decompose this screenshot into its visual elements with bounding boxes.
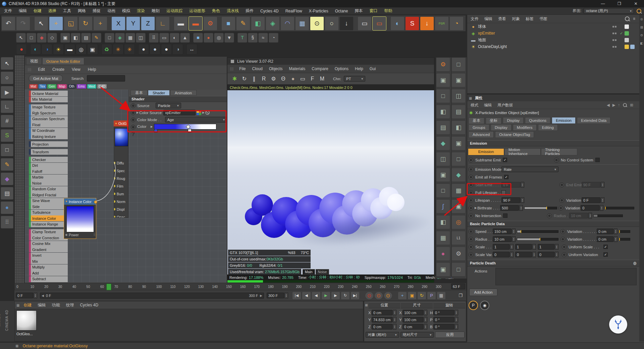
menu-item[interactable]: 网格 [77, 8, 87, 14]
full-lifespan-checkbox[interactable] [501, 190, 506, 195]
attribute-tab[interactable]: Questions [525, 117, 550, 124]
layout-stack-icon[interactable]: ❐ [456, 292, 465, 299]
category-chip[interactable]: Tex [39, 84, 47, 89]
palette-icon[interactable]: ● [138, 44, 149, 55]
tab-shader[interactable]: Shader [148, 90, 170, 96]
om-filter-icon[interactable]: ≡ [633, 16, 635, 21]
node-type-item[interactable]: Image Texture [29, 104, 68, 110]
attribute-tab[interactable]: Editing [538, 124, 558, 131]
birthrate-slider[interactable] [524, 207, 557, 209]
scale-z-stepper[interactable] [555, 244, 558, 250]
node-type-item[interactable]: Gaussian Spectrum [29, 116, 68, 122]
toolbar-icon[interactable]: ↖ [34, 16, 48, 31]
octglossy-node[interactable]: ▼ OctG Diffu Spec [114, 120, 128, 218]
palette-icon[interactable]: ✳ [124, 44, 135, 55]
mode-icon[interactable]: ● [1, 201, 13, 214]
palette-icon[interactable]: ● [436, 247, 450, 261]
node-type-item[interactable]: Mix Material [29, 97, 68, 102]
live-viewer-tool-icon[interactable]: F [308, 74, 317, 83]
palette-icon[interactable]: ◧ [436, 215, 450, 229]
palette-icon[interactable]: □ [105, 33, 114, 43]
node-type-item[interactable]: Color Correction [29, 235, 68, 241]
palette-icon[interactable]: ● [204, 33, 213, 43]
node-port-row[interactable]: Bum [114, 190, 128, 198]
mode-icon[interactable]: ∟ [1, 100, 13, 113]
palette-icon[interactable]: ◎ [214, 33, 224, 43]
tab-main[interactable]: Main [303, 269, 315, 275]
palette-icon[interactable]: ▤ [451, 105, 466, 119]
menu-item[interactable]: X-Particles [308, 9, 329, 13]
palette-icon[interactable]: ▦ [436, 231, 450, 245]
transport-button[interactable]: ▶| [351, 292, 360, 300]
node-port-row[interactable]: Norm [114, 198, 128, 205]
start-emit-stepper[interactable] [521, 182, 524, 188]
live-viewer-titlebar[interactable]: Live Viewer 3.07-R2 [227, 58, 434, 65]
palette-icon[interactable]: ⚙ [436, 57, 450, 71]
menu-item[interactable]: 模拟 [121, 8, 131, 14]
coord-mode-dropdown[interactable]: 对象 (相对) [366, 332, 399, 338]
rotation-field[interactable]: 0 ° [433, 310, 454, 315]
object-tag-icon[interactable] [630, 38, 635, 42]
interface-dropdown[interactable]: octane (用户) [584, 8, 634, 14]
toolbar-icon[interactable]: ◔ [449, 16, 464, 31]
port-dot-icon[interactable] [114, 216, 115, 218]
intersect-radius-slider[interactable] [593, 214, 623, 217]
toolbar-icon[interactable]: ◧ [251, 16, 265, 31]
menu-item[interactable]: 插件 [245, 8, 254, 14]
rotation-stepper[interactable] [454, 310, 458, 315]
node-type-item[interactable]: Random Color [29, 186, 68, 192]
live-viewer-menu-item[interactable]: Compare [311, 66, 329, 71]
edge-icon[interactable]: Θ [640, 34, 643, 37]
material-thumbnail[interactable] [16, 310, 37, 331]
panel-grid-icon[interactable]: ▦ [365, 303, 368, 307]
radius-field[interactable]: 10 cm [493, 236, 512, 242]
size-field[interactable]: 100 cm [402, 310, 423, 315]
palette-icon[interactable]: ◈ [115, 33, 125, 43]
panel-grid-icon[interactable]: ▦ [15, 344, 18, 348]
birthrate-variation-slider[interactable] [605, 207, 634, 209]
attribute-tab[interactable]: Extended Data [577, 117, 610, 124]
anim-dot[interactable] [469, 237, 473, 242]
no-control-checkbox[interactable] [595, 158, 600, 162]
uniform-scale-checkbox[interactable] [603, 245, 608, 249]
toolbar-icon[interactable]: ✎ [236, 16, 250, 31]
menu-item[interactable]: 角色 [211, 8, 221, 14]
mode-icon[interactable]: □ [1, 144, 13, 156]
range-right-arrow[interactable]: ▶ [260, 294, 262, 297]
object-tag-icon[interactable] [625, 24, 629, 29]
lifespan-variation-stepper[interactable] [601, 197, 604, 203]
color-mode-dropdown[interactable]: Age [165, 117, 227, 122]
size-field[interactable]: 100 cm [402, 317, 423, 322]
palette-icon[interactable]: ☀ [53, 44, 64, 55]
anim-dot[interactable] [547, 213, 552, 218]
object-tag-icon[interactable] [630, 31, 635, 36]
node-type-item[interactable]: Falloff [29, 168, 68, 174]
instance-color-node[interactable]: ▼ Instance Color Power ⠿ [64, 198, 96, 239]
mode-icon[interactable]: ▶ [1, 86, 13, 99]
toolbar-icon[interactable]: ▭ [372, 16, 386, 31]
gradient-knot-icon[interactable] [186, 124, 191, 129]
attribute-menu-item[interactable]: 用户数据 [497, 103, 514, 108]
speed-slider[interactable] [517, 230, 558, 233]
toolbar-icon[interactable]: ▭ [358, 16, 372, 31]
start-emit-field[interactable]: 0 F [501, 182, 520, 188]
palette-icon[interactable]: □ [436, 184, 450, 198]
node-type-item[interactable]: Add [29, 270, 68, 276]
palette-icon[interactable]: ◆ [436, 136, 450, 150]
anim-dot[interactable] [554, 158, 559, 162]
palette-icon[interactable]: ▣ [87, 44, 98, 55]
anim-dot[interactable] [469, 167, 473, 172]
palette-icon[interactable]: ■ [193, 33, 203, 43]
radius-slider[interactable] [517, 238, 558, 241]
position-field[interactable]: 74.833 cm [372, 317, 392, 322]
edge-icon[interactable]: ◧ [640, 42, 643, 45]
keyframe-tool-button[interactable]: ↻ [417, 292, 426, 300]
node-type-item[interactable]: Float [29, 122, 68, 128]
node-fold-icon[interactable]: ▼ [115, 122, 117, 125]
mode-icon[interactable]: ○ [1, 71, 13, 84]
anim-dot[interactable] [469, 183, 473, 187]
node-type-item[interactable]: Compare [29, 282, 68, 282]
palette-icon[interactable]: ✎ [92, 33, 101, 43]
edge-icon[interactable]: ◎ [640, 17, 643, 21]
category-chip[interactable]: Ems [77, 84, 86, 89]
